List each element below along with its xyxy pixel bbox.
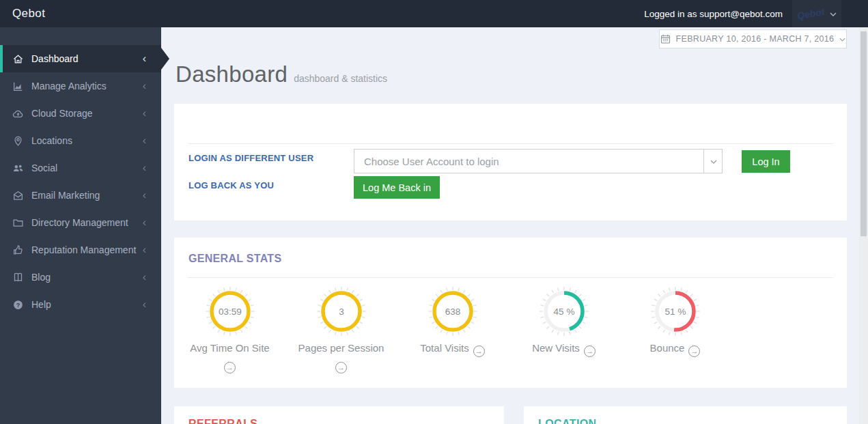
sidebar-item-help[interactable]: ?Help‹ bbox=[0, 291, 161, 318]
location-title: LOCATION bbox=[538, 418, 847, 424]
gauge-avg-time-on-site: 03:59Avg Time On Site→ bbox=[174, 285, 285, 373]
sidebar-item-locations[interactable]: Locations‹ bbox=[0, 127, 161, 154]
gauge-value: 03:59 bbox=[219, 307, 242, 317]
chevron-down-icon bbox=[830, 12, 837, 16]
chevron-down-icon bbox=[839, 38, 845, 42]
logged-in-text: Logged in as support@qebot.com bbox=[644, 9, 783, 19]
login-as-user-card: LOGIN AS DIFFERENT USER Choose User Acco… bbox=[174, 104, 847, 221]
gauge-bounce: 51 %Bounce→ bbox=[619, 285, 731, 373]
map-pin-icon bbox=[12, 135, 24, 147]
circle-arrow-right-icon[interactable]: → bbox=[584, 345, 596, 357]
sidebar-item-label: Manage Analytics bbox=[31, 81, 107, 91]
login-as-different-user-label: LOGIN AS DIFFERENT USER bbox=[188, 153, 313, 163]
chevron-left-icon: ‹ bbox=[143, 81, 146, 91]
gauge-label: Avg Time On Site bbox=[190, 342, 269, 354]
gauge-ring: 51 % bbox=[649, 285, 701, 337]
sidebar-item-manage-analytics[interactable]: Manage Analytics‹ bbox=[0, 72, 161, 100]
sidebar-item-email-marketing[interactable]: Email Marketing‹ bbox=[0, 182, 161, 209]
analytics-icon bbox=[12, 81, 24, 92]
gauge-new-visits: 45 %New Visits→ bbox=[508, 285, 619, 373]
gauge-label: Pages per Session bbox=[298, 342, 384, 354]
top-navbar: Qebot Logged in as support@qebot.com Qeb… bbox=[0, 0, 868, 27]
folder-icon bbox=[12, 217, 24, 229]
gauge-ring: 638 bbox=[427, 285, 479, 337]
user-account-select[interactable]: Choose User Account to login bbox=[354, 149, 723, 173]
log-me-back-in-button[interactable]: Log Me Back in bbox=[354, 176, 440, 199]
select-divider bbox=[703, 150, 704, 173]
gauge-value: 3 bbox=[339, 307, 344, 317]
gauge-ring: 03:59 bbox=[204, 285, 256, 337]
page-subtitle: dashboard & statistics bbox=[294, 73, 387, 84]
gauge-label: Total Visits bbox=[420, 342, 468, 354]
user-menu-button[interactable]: Qebot bbox=[792, 0, 841, 27]
circle-arrow-right-icon[interactable]: → bbox=[473, 345, 485, 357]
gauge-value: 45 % bbox=[553, 307, 574, 317]
gauge-value: 51 % bbox=[664, 307, 686, 317]
chevron-left-icon: ‹ bbox=[143, 272, 146, 283]
general-stats-card: GENERAL STATS 03:59Avg Time On Site→3Pag… bbox=[174, 238, 847, 388]
chevron-left-icon: ‹ bbox=[143, 162, 146, 173]
chevron-left-icon: ‹ bbox=[143, 299, 146, 310]
envelope-icon bbox=[12, 190, 24, 201]
card-divider bbox=[188, 143, 833, 144]
sidebar-item-social[interactable]: Social‹ bbox=[0, 154, 161, 182]
select-placeholder: Choose User Account to login bbox=[364, 156, 499, 167]
general-stats-title: GENERAL STATS bbox=[188, 253, 281, 265]
page-title: Dashboard bbox=[176, 61, 288, 87]
log-back-as-you-label: LOG BACK AS YOU bbox=[188, 180, 274, 190]
main-content: FEBRUARY 10, 2016 - MARCH 7, 2016 Dashbo… bbox=[161, 27, 859, 424]
card-divider bbox=[188, 277, 833, 278]
chevron-left-icon: ‹ bbox=[143, 53, 146, 64]
referrals-title: REFERRALS bbox=[188, 418, 504, 424]
topbar-right: Logged in as support@qebot.com Qebot bbox=[644, 0, 868, 27]
home-icon bbox=[12, 53, 24, 65]
gauge-value: 638 bbox=[445, 307, 460, 317]
gauge-ring: 3 bbox=[316, 285, 367, 337]
circle-arrow-right-icon[interactable]: → bbox=[335, 362, 347, 373]
users-icon bbox=[12, 162, 24, 174]
vertical-scrollbar-thumb[interactable] bbox=[860, 31, 867, 236]
book-icon bbox=[12, 272, 24, 283]
sidebar-item-label: Blog bbox=[31, 272, 51, 283]
circle-arrow-right-icon[interactable]: → bbox=[224, 362, 236, 373]
sidebar-item-label: Directory Management bbox=[31, 217, 128, 228]
chevron-left-icon: ‹ bbox=[143, 190, 146, 201]
sidebar-item-dashboard[interactable]: Dashboard‹ bbox=[0, 45, 161, 72]
sidebar-item-label: Email Marketing bbox=[31, 190, 100, 201]
gauge-pages-per-session: 3Pages per Session→ bbox=[285, 285, 397, 373]
thumbs-up-icon bbox=[12, 244, 24, 256]
help-icon: ? bbox=[12, 299, 24, 311]
circle-arrow-right-icon[interactable]: → bbox=[688, 345, 700, 357]
log-in-button[interactable]: Log In bbox=[742, 150, 790, 173]
gauge-label: Bounce bbox=[650, 342, 685, 354]
page-header: Dashboard dashboard & statistics bbox=[176, 61, 387, 87]
location-card: LOCATION bbox=[524, 406, 847, 424]
sidebar-item-label: Dashboard bbox=[31, 53, 79, 64]
svg-text:?: ? bbox=[16, 301, 20, 308]
sidebar-item-label: Locations bbox=[31, 135, 72, 146]
sidebar-item-cloud-storage[interactable]: Cloud Storage‹ bbox=[0, 100, 161, 127]
chevron-left-icon: ‹ bbox=[143, 217, 146, 228]
sidebar-item-blog[interactable]: Blog‹ bbox=[0, 264, 161, 291]
gauges-row: 03:59Avg Time On Site→3Pages per Session… bbox=[174, 285, 731, 373]
date-range-picker[interactable]: FEBRUARY 10, 2016 - MARCH 7, 2016 bbox=[659, 29, 847, 48]
calendar-icon bbox=[660, 34, 671, 44]
chevron-left-icon: ‹ bbox=[143, 108, 146, 119]
referrals-card: REFERRALS bbox=[174, 406, 504, 424]
vertical-scrollbar-track[interactable] bbox=[859, 27, 868, 424]
brand-logo[interactable]: Qebot bbox=[12, 7, 45, 20]
sidebar-item-directory-management[interactable]: Directory Management‹ bbox=[0, 209, 161, 236]
user-avatar-logo: Qebot bbox=[796, 6, 826, 22]
chevron-left-icon: ‹ bbox=[143, 244, 146, 255]
gauge-label: New Visits bbox=[532, 342, 580, 354]
chevron-down-icon bbox=[710, 160, 717, 164]
gauge-total-visits: 638Total Visits→ bbox=[397, 285, 508, 373]
sidebar-nav: Dashboard‹Manage Analytics‹Cloud Storage… bbox=[0, 27, 161, 424]
sidebar-item-label: Social bbox=[31, 162, 57, 173]
app-window: Qebot Logged in as support@qebot.com Qeb… bbox=[0, 0, 868, 424]
sidebar-item-reputation-management[interactable]: Reputation Management‹ bbox=[0, 236, 161, 264]
date-range-text: FEBRUARY 10, 2016 - MARCH 7, 2016 bbox=[676, 34, 835, 44]
sidebar-item-label: Cloud Storage bbox=[31, 108, 93, 119]
sidebar-item-label: Reputation Management bbox=[31, 244, 136, 255]
sidebar-item-label: Help bbox=[31, 299, 51, 310]
